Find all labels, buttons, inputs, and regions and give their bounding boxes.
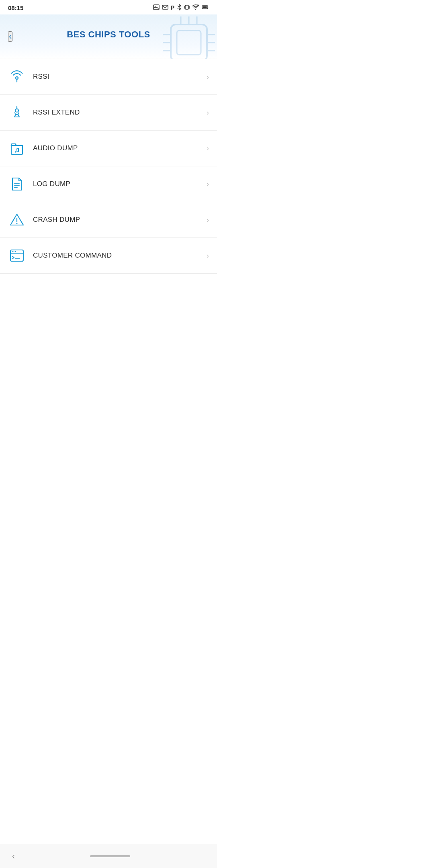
- crash-dump-label: CRASH DUMP: [33, 216, 207, 224]
- vibrate-icon: [184, 4, 190, 12]
- wifi-off-icon: [192, 4, 199, 11]
- menu-item-log-dump[interactable]: LOG DUMP ›: [0, 166, 217, 202]
- svg-point-27: [15, 109, 18, 112]
- audio-dump-icon: [8, 139, 26, 157]
- rssi-label: RSSI: [33, 73, 207, 81]
- menu-item-crash-dump[interactable]: CRASH DUMP ›: [0, 202, 217, 238]
- log-dump-icon: [8, 175, 26, 193]
- audio-dump-label: AUDIO DUMP: [33, 144, 207, 152]
- svg-point-38: [12, 251, 14, 252]
- crash-dump-chevron: ›: [207, 216, 209, 224]
- page-title: BES CHIPS TOOLS: [67, 29, 150, 40]
- header-area: ‹ BES CHIPS TOOLS: [0, 14, 217, 59]
- rssi-extend-icon: [8, 104, 26, 121]
- parking-icon: P: [171, 4, 174, 11]
- battery-icon: [202, 5, 209, 11]
- mail-icon: [162, 5, 168, 11]
- menu-item-customer-command[interactable]: CUSTOMER COMMAND ›: [0, 238, 217, 274]
- svg-point-6: [195, 8, 196, 9]
- log-dump-label: LOG DUMP: [33, 180, 207, 188]
- status-bar: 08:15 P: [0, 0, 217, 14]
- svg-rect-3: [185, 5, 188, 9]
- svg-rect-2: [162, 5, 168, 9]
- customer-command-icon: [8, 247, 26, 264]
- customer-command-label: CUSTOMER COMMAND: [33, 252, 207, 260]
- rssi-extend-label: RSSI EXTEND: [33, 108, 207, 117]
- svg-rect-12: [177, 31, 201, 55]
- menu-item-rssi[interactable]: RSSI ›: [0, 59, 217, 95]
- svg-point-39: [15, 251, 16, 252]
- bg-chip-icon: [157, 14, 217, 59]
- image-icon: [153, 4, 160, 11]
- menu-item-rssi-extend[interactable]: RSSI EXTEND ›: [0, 95, 217, 131]
- status-icons: P: [153, 4, 209, 12]
- log-dump-chevron: ›: [207, 180, 209, 188]
- svg-point-29: [15, 151, 16, 153]
- menu-list: RSSI › RSSI EXTEND ›: [0, 59, 217, 274]
- svg-point-35: [16, 223, 18, 224]
- crash-dump-icon: [8, 211, 26, 229]
- audio-dump-chevron: ›: [207, 144, 209, 153]
- rssi-extend-chevron: ›: [207, 108, 209, 117]
- menu-item-audio-dump[interactable]: AUDIO DUMP ›: [0, 131, 217, 166]
- rssi-chevron: ›: [207, 73, 209, 81]
- bluetooth-icon: [177, 4, 182, 12]
- rssi-icon: [8, 68, 26, 86]
- status-time: 08:15: [8, 4, 23, 11]
- svg-rect-10: [203, 6, 207, 8]
- customer-command-chevron: ›: [207, 252, 209, 260]
- svg-point-30: [17, 151, 19, 152]
- back-button[interactable]: ‹: [8, 31, 12, 42]
